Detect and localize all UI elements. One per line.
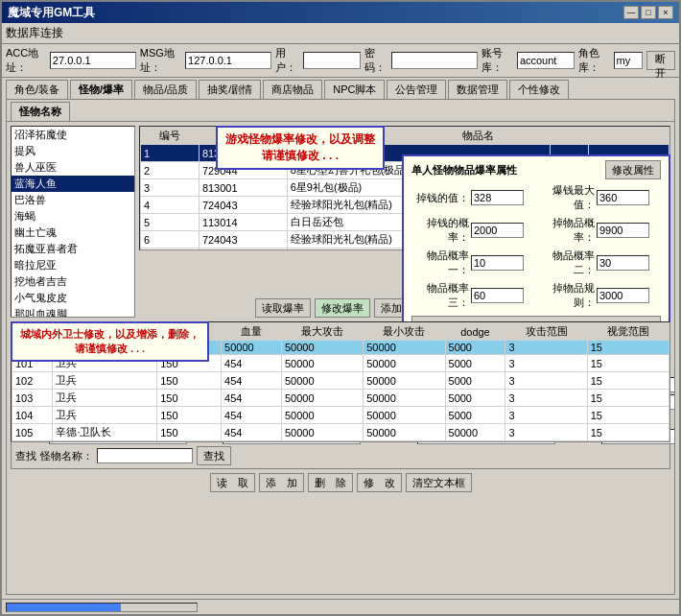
tab-npc[interactable]: NPC脚本 [324, 80, 385, 99]
list-item[interactable]: 拓魔亚喜者君 [12, 241, 134, 257]
main-tabs: 角色/装备 怪物/爆率 物品/品质 抽奖/剧情 商店物品 NPC脚本 公告管理 … [2, 78, 679, 99]
item-rate3-input[interactable] [471, 288, 524, 303]
col-header-no: 编号 [141, 128, 200, 145]
field-money-val: 掉钱的值： [411, 183, 535, 212]
minimize-button[interactable]: — [623, 6, 639, 19]
modify-button[interactable]: 修 改 [357, 473, 402, 492]
item-rate2-input[interactable] [597, 255, 649, 271]
money-val-input[interactable] [471, 190, 524, 205]
monster-name2-label: 怪物名称： [40, 449, 93, 463]
guard-popup: 城域内外卫士修改，以及增添，删除， 请谨慎修改 . . . [11, 321, 209, 362]
modify-rate-button[interactable]: 修改爆率 [315, 298, 370, 318]
tab-announce[interactable]: 公告管理 [387, 80, 446, 99]
tab-personal[interactable]: 个性修改 [509, 80, 569, 99]
table-row[interactable]: 104 卫兵 150 454 50000 50000 5000 3 15 [12, 407, 669, 424]
top-section: 沼泽拓魔使 提风 兽人巫医 蓝海人鱼 巴洛兽 海蝎 幽土亡魂 拓魔亚喜者君 暗拉… [11, 126, 670, 318]
close-button[interactable]: × [658, 6, 673, 19]
pwd-input[interactable] [391, 52, 478, 69]
acc-input[interactable] [50, 52, 136, 69]
tab-shop[interactable]: 商店物品 [263, 80, 322, 99]
maximize-button[interactable]: □ [641, 6, 656, 19]
field-item-rule: 掉物品规则： [537, 281, 661, 310]
modify-attr-button[interactable]: 修改属性 [605, 160, 661, 179]
msg-label: MSG地址： [140, 46, 181, 75]
field-money-max: 爆钱最大值： [537, 183, 661, 212]
rate-panel-title: 单人怪物物品爆率属性 [411, 163, 517, 178]
item-rate1-input[interactable] [471, 255, 524, 271]
list-item[interactable]: 海蝎 [12, 208, 134, 225]
item-rate-input[interactable] [597, 223, 649, 238]
search-monster-input[interactable] [97, 448, 193, 463]
conn-bar: ACC地址： MSG地址： 用户： 密码： 账号库： 角色库： 断开 [2, 44, 679, 78]
db-label: 账号库： [481, 46, 513, 75]
search-label: 查找 [15, 449, 36, 463]
read-rate-button[interactable]: 读取爆率 [255, 298, 311, 318]
field-money-rate: 掉钱的概率： [411, 216, 535, 245]
field-item-rate: 掉物品概率： [537, 216, 661, 245]
list-item[interactable]: 巴洛兽 [12, 192, 134, 208]
delete-button[interactable]: 删 除 [308, 473, 353, 492]
list-item[interactable]: 幽土亡魂 [12, 225, 134, 241]
money-rate-input[interactable] [471, 223, 524, 238]
clear-button[interactable]: 清空文本框 [406, 473, 472, 492]
main-content: 怪物名称 沼泽拓魔使 提风 兽人巫医 蓝海人鱼 巴洛兽 海蝎 幽土亡魂 拓魔亚喜… [6, 99, 675, 595]
list-item[interactable]: 兽人巫医 [12, 159, 134, 176]
money-max-input[interactable] [597, 190, 649, 205]
field-item-rate3: 物品概率三： [411, 281, 535, 310]
right-panel: 游戏怪物爆率修改，以及调整 请谨慎修改 . . . 编号 物品ID 物品名 [139, 126, 670, 318]
acc-label: ACC地址： [6, 46, 46, 75]
guard-popup-line2: 请谨慎修改 . . . [20, 342, 200, 356]
main-window: 魔域专用GM工具 — □ × 数据库连接 ACC地址： MSG地址： 用户： 密… [0, 0, 681, 616]
bottom-guard-section: 城域内外卫士修改，以及增添，删除， 请谨慎修改 . . . ID 类 型 外 观… [11, 321, 670, 494]
content-area: 沼泽拓魔使 提风 兽人巫医 蓝海人鱼 巴洛兽 海蝎 幽土亡魂 拓魔亚喜者君 暗拉… [7, 122, 674, 594]
field-item-rate2: 物品概率二： [537, 249, 661, 277]
table-row[interactable]: 103 卫兵 150 454 50000 50000 5000 3 15 [12, 390, 669, 407]
menu-bar: 数据库连接 [2, 23, 679, 44]
guard-col-maxatk: 最大攻击 [281, 323, 363, 341]
item-rate-popup: 游戏怪物爆率修改，以及调整 请谨慎修改 . . . [216, 126, 385, 170]
table-row[interactable]: 105 辛德·卫队长 150 454 50000 50000 50000 3 1… [12, 424, 669, 441]
add-button[interactable]: 添 加 [259, 473, 304, 492]
guard-col-minatk: 最小攻击 [364, 323, 445, 341]
read-button[interactable]: 读 取 [210, 473, 255, 492]
search-monster-button[interactable]: 查找 [197, 446, 231, 465]
msg-input[interactable] [185, 52, 271, 69]
db-input[interactable] [517, 52, 575, 69]
menu-item-db[interactable]: 数据库连接 [6, 26, 63, 39]
list-item[interactable]: 那叫血魂脚 [12, 306, 134, 318]
tab-data[interactable]: 数据管理 [448, 80, 507, 99]
tab-monster-rate[interactable]: 怪物/爆率 [70, 80, 132, 99]
title-bar-buttons: — □ × [623, 6, 673, 19]
sub-tab-monster-name[interactable]: 怪物名称 [11, 102, 70, 121]
list-item[interactable]: 小气鬼皮皮 [12, 290, 134, 306]
sub-tabs-bar: 怪物名称 [7, 100, 674, 122]
disconnect-button[interactable]: 断开 [646, 51, 675, 70]
popup-line2: 请谨慎修改 . . . [225, 148, 375, 164]
table-row[interactable]: 102 卫兵 150 454 50000 50000 5000 3 15 [12, 372, 669, 390]
popup-line1: 游戏怪物爆率修改，以及调整 [225, 131, 375, 148]
guard-col-hp: 血量 [222, 323, 282, 341]
guard-col-atkrange: 攻击范围 [505, 323, 587, 341]
tab-item-quality[interactable]: 物品/品质 [134, 80, 197, 99]
list-item[interactable]: 暗拉尼亚 [12, 257, 134, 273]
field-item-rate1: 物品概率一： [411, 249, 535, 277]
tab-role-equip[interactable]: 角色/装备 [6, 80, 68, 99]
status-bar [2, 599, 679, 614]
list-item[interactable]: 挖地者吉吉 [12, 273, 134, 290]
title-bar: 魔域专用GM工具 — □ × [2, 2, 679, 23]
progress-bar [6, 603, 198, 612]
user-label: 用户： [275, 46, 299, 75]
list-item[interactable]: 沼泽拓魔使 [12, 127, 134, 143]
user-input[interactable] [303, 52, 361, 69]
role-label: 角色库： [578, 46, 610, 75]
tab-lottery[interactable]: 抽奖/剧情 [199, 80, 261, 99]
role-input[interactable] [614, 52, 643, 69]
window-title: 魔域专用GM工具 [8, 5, 95, 21]
list-item[interactable]: 提风 [12, 143, 134, 159]
monster-list-panel[interactable]: 沼泽拓魔使 提风 兽人巫医 蓝海人鱼 巴洛兽 海蝎 幽土亡魂 拓魔亚喜者君 暗拉… [11, 126, 135, 318]
item-rule-input[interactable] [597, 288, 649, 303]
guard-col-dodge: dodge [445, 323, 505, 341]
guard-col-viewrange: 视觉范围 [587, 323, 669, 341]
list-item[interactable]: 蓝海人鱼 [12, 176, 134, 192]
pwd-label: 密码： [364, 46, 388, 75]
